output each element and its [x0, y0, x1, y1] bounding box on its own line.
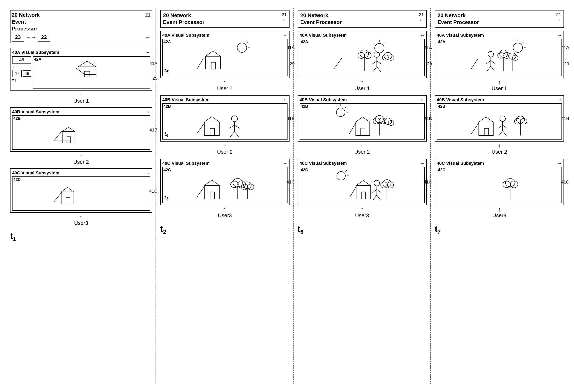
- user2-label-col1: ↑ User 2: [10, 153, 152, 165]
- svg-marker-35: [204, 180, 220, 186]
- vs-40b-label: 40B Visual Subsystem: [12, 109, 59, 115]
- time-overlay-t3: t3: [164, 194, 168, 202]
- svg-point-128: [514, 118, 521, 124]
- dots-row: ↑: [12, 78, 31, 82]
- time-t6: t6: [298, 224, 427, 235]
- user2-text-col3: User 2: [354, 149, 370, 155]
- svg-rect-26: [210, 128, 214, 135]
- user2-label-col4: ↑ User 2: [435, 143, 564, 155]
- arrow-up-user2: ↑: [80, 153, 83, 159]
- svg-point-40: [231, 181, 238, 188]
- user1-label-col4: ↑ User 1: [435, 79, 564, 92]
- svg-marker-13: [61, 187, 74, 192]
- scene-id-42a-col4: 42A: [438, 39, 446, 44]
- vs-40a-col3-label: 40A Visual Subsystem: [300, 33, 347, 38]
- svg-marker-116: [479, 122, 493, 135]
- svg-line-83: [350, 187, 356, 197]
- user3-text-col4: User3: [492, 212, 506, 218]
- svg-point-64: [336, 108, 345, 117]
- svg-rect-5: [84, 71, 90, 77]
- svg-point-62: [388, 55, 394, 60]
- svg-rect-36: [210, 192, 214, 199]
- svg-line-122: [503, 125, 507, 128]
- scene-42b-col4: 42B: [437, 103, 562, 139]
- svg-point-54: [374, 52, 380, 57]
- subsystem-40c-col1: 40C Visual Subsystem ↔ 42C 41C: [10, 168, 152, 226]
- svg-line-123: [499, 131, 503, 136]
- svg-marker-84: [356, 185, 370, 199]
- svg-line-32: [234, 132, 239, 137]
- label-41b-col4: 41B: [561, 116, 569, 121]
- user3-label-col3: ↑ User3: [298, 206, 427, 218]
- vs-40a-label: 40A Visual Subsystem: [12, 50, 59, 55]
- svg-line-115: [471, 123, 479, 134]
- user1-text: User 1: [73, 98, 89, 104]
- vs-40b-col4-arrow: ↔: [557, 97, 562, 102]
- scene-id-42b: 42B: [13, 116, 21, 121]
- svg-rect-10: [67, 137, 71, 143]
- scene-42a-col1: 42A: [33, 56, 150, 89]
- scene-id-42b-col2: 42B: [164, 104, 171, 109]
- svg-marker-117: [479, 117, 493, 122]
- svg-line-17: [247, 41, 248, 43]
- vs-40a-col2-arrow: ↔: [283, 33, 287, 38]
- svg-rect-14: [66, 197, 70, 204]
- subsystem-40a-col3: 40A Visual Subsystem ↔ 42A: [298, 31, 427, 92]
- svg-marker-12: [61, 192, 74, 204]
- svg-marker-4: [78, 61, 96, 67]
- nep-arrow-3: ↔: [419, 17, 424, 22]
- svg-line-31: [230, 132, 234, 137]
- vs-40c-col3-label: 40C Visual Subsystem: [300, 161, 347, 166]
- time-overlay-t4: t4: [164, 131, 168, 138]
- svg-rect-21: [211, 62, 215, 69]
- vs-40a-col4-arrow: ↔: [557, 33, 562, 38]
- svg-line-124: [503, 131, 506, 136]
- svg-line-68: [349, 123, 356, 134]
- nep-col3: 20 NetworkEvent Processor 21 ↔: [298, 10, 427, 28]
- vs-40c-col2-arrow: ↔: [283, 161, 287, 166]
- svg-line-49: [334, 58, 342, 69]
- vs-40c-col3-arrow: ↔: [420, 161, 425, 166]
- scene-id-42c: 42C: [13, 177, 21, 182]
- user1-label-col2: ↑ User 1: [160, 79, 289, 92]
- svg-marker-24: [204, 122, 220, 135]
- scene-id-42c-col4: 42C: [438, 168, 446, 172]
- svg-line-6: [54, 131, 62, 141]
- nep-col4: 20 NetworkEvent Processor 21 ↔: [435, 10, 564, 28]
- user1-label-col3: ↑ User 1: [298, 79, 427, 92]
- svg-point-102: [488, 51, 493, 57]
- user2-text-col2: User 2: [217, 149, 233, 155]
- svg-point-132: [503, 181, 511, 188]
- column-1: 20 NetworkEventProcessor 21 23 ←→ 22 ↔: [6, 8, 156, 384]
- nep-arrow-4: ↔: [556, 17, 561, 22]
- svg-rect-71: [361, 128, 365, 135]
- svg-point-27: [231, 116, 237, 122]
- svg-line-90: [377, 190, 381, 193]
- scene-42b-col2: 42B t4: [162, 103, 287, 139]
- vs-40a-col3-arrow: ↔: [420, 33, 425, 38]
- arrow-46-down: ↓: [12, 64, 31, 69]
- vs-40c-col4-arrow: ↔: [557, 161, 562, 166]
- svg-line-66: [345, 107, 346, 108]
- arrow-23-22: ←→: [26, 34, 36, 40]
- user2-label-col3: ↑ User 2: [298, 143, 427, 155]
- nep-number-4: 21: [556, 12, 561, 17]
- nep-label-4: 20 NetworkEvent Processor: [438, 12, 479, 26]
- arrow-double-nep: ↔: [145, 34, 150, 40]
- svg-line-30: [234, 125, 240, 128]
- svg-line-59: [377, 67, 381, 72]
- svg-marker-25: [204, 117, 220, 122]
- box-48: 48: [22, 70, 31, 77]
- scene-42c-col2: 42C t3: [162, 167, 287, 203]
- scene-id-42b-col4: 42B: [438, 104, 446, 109]
- user3-text: User3: [74, 220, 88, 226]
- svg-line-91: [373, 195, 377, 200]
- svg-line-33: [197, 187, 204, 197]
- label-29-col4: 29: [564, 61, 569, 67]
- vs-40b-col4-label: 40B Visual Subsystem: [437, 97, 484, 102]
- vs-40c-arrow: ↔: [146, 170, 150, 176]
- svg-point-53: [358, 52, 365, 59]
- subsystem-40b-col1: 40B Visual Subsystem ↔ 42B 41B: [10, 107, 152, 165]
- vs-40c-col4-label: 40C Visual Subsystem: [437, 161, 484, 166]
- svg-point-87: [374, 180, 380, 186]
